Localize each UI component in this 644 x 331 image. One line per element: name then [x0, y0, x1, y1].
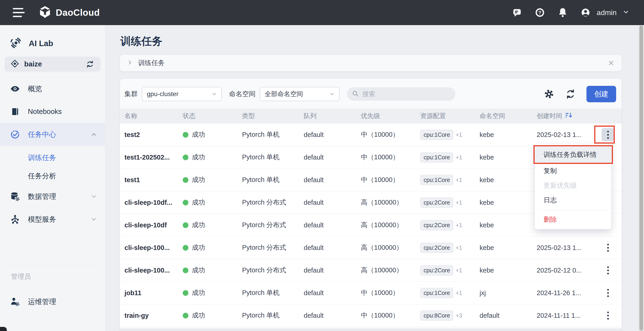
sidebar-item-ops-management[interactable]: 运维管理	[0, 290, 105, 313]
job-name[interactable]: test2	[120, 131, 183, 139]
sidebar-item-task-center[interactable]: 任务中心	[0, 123, 105, 146]
row-actions-button[interactable]	[602, 128, 614, 141]
job-resources: cpu:1Core+1	[420, 175, 480, 185]
sidebar-item-label: 概览	[28, 84, 42, 94]
job-queue: default	[304, 154, 361, 161]
menu-toggle-button[interactable]	[13, 8, 25, 17]
job-name[interactable]: train-gy	[120, 312, 183, 319]
job-namespace: default	[480, 312, 537, 319]
settings-gear-icon[interactable]	[544, 89, 554, 99]
workspace-icon	[10, 59, 19, 69]
cluster-select[interactable]: gpu-cluster	[142, 87, 222, 101]
namespace-select-value: 全部命名空间	[265, 90, 303, 98]
job-priority: 中（10000）	[361, 175, 420, 184]
sidebar-item-notebooks[interactable]: Notebooks	[0, 100, 105, 123]
status-dot-icon	[183, 313, 188, 319]
sidebar-item-job-analysis[interactable]: 任务分析	[0, 167, 105, 185]
row-actions-button[interactable]	[602, 309, 614, 322]
job-status: 成功	[183, 130, 242, 139]
job-name[interactable]: test1	[120, 176, 183, 184]
col-header-priority: 优先级	[361, 112, 420, 120]
resource-chip: cpu:1Core	[420, 288, 453, 298]
job-status: 成功	[183, 198, 242, 207]
job-queue: default	[304, 244, 361, 252]
job-priority: 中（10000）	[361, 153, 420, 162]
job-resources: cpu:1Core+1	[420, 152, 480, 163]
job-name[interactable]: test1-202502...	[120, 154, 183, 161]
job-name[interactable]: cli-sleep-100...	[120, 267, 183, 274]
col-header-name: 名称	[120, 112, 183, 120]
status-dot-icon	[183, 268, 188, 273]
vertical-scrollbar-track[interactable]	[638, 25, 644, 331]
job-resources: cpu:8Core+3	[420, 311, 480, 321]
row-actions-button[interactable]	[602, 286, 614, 300]
status-dot-icon	[183, 155, 188, 160]
messages-icon[interactable]	[512, 7, 522, 18]
col-header-queue: 队列	[304, 112, 361, 120]
create-button[interactable]: 创建	[586, 86, 616, 102]
brand-logo[interactable]: DaoCloud	[38, 5, 100, 20]
row-actions-button[interactable]	[602, 264, 614, 277]
workspace-name: baize	[24, 60, 42, 68]
menu-item-update-priority: 更新优先级	[535, 178, 611, 193]
job-type: Pytorch 单机	[242, 175, 304, 184]
close-icon[interactable]	[608, 59, 615, 67]
resource-extra: +1	[456, 154, 462, 160]
job-type: Pytorch 单机	[242, 288, 304, 298]
user-chevron-down-icon	[622, 9, 630, 16]
job-status: 成功	[183, 266, 242, 275]
job-namespace: jxj	[480, 289, 537, 297]
vertical-scrollbar-thumb[interactable]	[640, 25, 643, 331]
sidebar-item-label: 训练任务	[28, 153, 56, 163]
ai-lab-icon	[10, 36, 22, 50]
job-queue: default	[304, 221, 361, 229]
help-icon[interactable]: ?	[534, 7, 545, 18]
switch-workspace-icon[interactable]	[86, 59, 94, 69]
search-input[interactable]	[362, 90, 451, 98]
job-resources: cpu:2Core+1	[420, 220, 480, 230]
horizontal-scrollbar-track[interactable]	[120, 329, 622, 331]
menu-item-workload-detail[interactable]: 训练任务负载详情	[535, 146, 611, 164]
table-row[interactable]: cli-sleep-100... 成功 Pytorch 分布式 default …	[120, 259, 622, 282]
breadcrumb-item[interactable]: 训练任务	[138, 58, 165, 67]
job-created: 2025-02-12 0...	[537, 267, 594, 274]
chevron-down-icon	[329, 91, 335, 97]
table-row[interactable]: train-gy 成功 Pytorch 单机 default 中（10000） …	[120, 304, 622, 327]
menu-item-copy[interactable]: 复制	[535, 164, 611, 178]
refresh-icon[interactable]	[565, 89, 576, 99]
table-row[interactable]: test2 成功 Pytorch 单机 default 中（10000） cpu…	[120, 123, 622, 146]
menu-item-logs[interactable]: 日志	[535, 193, 611, 208]
resource-chip: cpu:1Core	[420, 130, 453, 140]
row-actions-button[interactable]	[602, 241, 614, 254]
cluster-label: 集群	[124, 89, 138, 99]
job-queue: default	[304, 176, 361, 184]
menu-item-delete[interactable]: 删除	[535, 212, 611, 227]
job-name[interactable]: job11	[120, 289, 183, 297]
job-status: 成功	[183, 288, 242, 298]
table-row[interactable]: cli-sleep-100... 成功 Pytorch 分布式 default …	[120, 237, 622, 259]
sidebar-item-data-management[interactable]: 数据管理	[0, 185, 105, 208]
job-name[interactable]: cli-sleep-10df...	[120, 199, 183, 206]
sort-descending-icon[interactable]	[565, 112, 572, 120]
col-header-created[interactable]: 创建时间	[537, 112, 594, 120]
workspace-switcher[interactable]: baize	[4, 57, 100, 72]
job-name[interactable]: cli-sleep-100...	[120, 244, 183, 252]
resource-extra: +1	[456, 131, 462, 138]
row-actions-menu: 训练任务负载详情 复制 更新优先级 日志 删除	[535, 144, 611, 229]
notifications-icon[interactable]	[558, 7, 568, 18]
resource-extra: +1	[456, 267, 462, 274]
table-row[interactable]: job11 成功 Pytorch 单机 default 中（10000） cpu…	[120, 282, 622, 304]
task-center-submenu: 训练任务 任务分析	[0, 149, 105, 185]
sidebar-item-training-jobs[interactable]: 训练任务	[0, 149, 105, 167]
sidebar-item-overview[interactable]: 概览	[0, 77, 105, 100]
chevron-down-icon	[90, 216, 97, 223]
user-menu[interactable]: admin	[580, 7, 630, 18]
sidebar-item-model-services[interactable]: 模型服务	[0, 208, 105, 231]
task-center-icon	[10, 129, 20, 139]
sidebar-section-label: 管理员	[0, 272, 105, 281]
daocloud-logo-icon	[38, 5, 52, 20]
model-network-icon	[10, 214, 20, 224]
job-type: Pytorch 分布式	[242, 221, 304, 230]
namespace-select[interactable]: 全部命名空间	[260, 87, 340, 101]
job-name[interactable]: cli-sleep-10df	[120, 221, 183, 229]
